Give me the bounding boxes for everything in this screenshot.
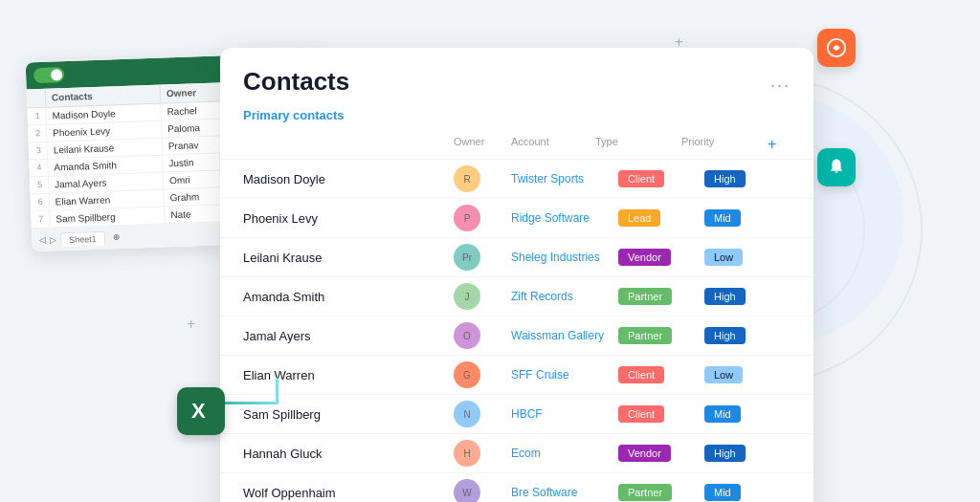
type-badge: Vendor (618, 445, 704, 462)
contact-name: Elian Warren (243, 368, 454, 382)
contact-row[interactable]: Phoenix Levy P Ridge Software Lead Mid (220, 199, 813, 238)
contact-name: Hannah Gluck (243, 447, 454, 461)
priority-badge: High (704, 170, 791, 187)
owner-avatar: H (454, 440, 511, 467)
account-link[interactable]: Sheleg Industries (511, 251, 618, 264)
section-label: Primary contacts (220, 104, 813, 130)
type-badge: Client (618, 366, 704, 383)
priority-badge: Low (704, 366, 791, 383)
bell-icon (817, 148, 856, 186)
contact-name: Madison Doyle (243, 172, 454, 186)
col-type: Type (595, 134, 681, 155)
priority-badge: Mid (704, 484, 791, 501)
contacts-rows-container: Madison Doyle R Twister Sports Client Hi… (220, 160, 813, 502)
type-badge: Partner (618, 327, 704, 344)
account-link[interactable]: Ridge Software (511, 211, 618, 225)
contacts-panel: Contacts ... Primary contacts Owner Acco… (220, 48, 813, 502)
col-account: Account (511, 134, 595, 155)
priority-badge: Mid (704, 209, 791, 227)
account-link[interactable]: SFF Cruise (511, 368, 618, 382)
account-link[interactable]: HBCF (511, 407, 618, 421)
owner-avatar: W (454, 479, 511, 502)
contact-name: Jamal Ayers (243, 329, 454, 343)
contact-name: Amanda Smith (243, 290, 454, 304)
contact-row[interactable]: Leilani Krause Pr Sheleg Industries Vend… (220, 238, 813, 277)
owner-avatar: O (454, 322, 511, 349)
priority-badge: Mid (704, 405, 791, 423)
owner-avatar: J (454, 283, 511, 310)
contact-row[interactable]: Madison Doyle R Twister Sports Client Hi… (220, 160, 813, 199)
type-badge: Partner (618, 484, 704, 501)
priority-badge: Low (704, 249, 791, 266)
owner-avatar: N (454, 401, 511, 427)
contact-row[interactable]: Jamal Ayers O Waissman Gallery Partner H… (220, 316, 813, 356)
account-link[interactable]: Waissman Gallery (511, 329, 618, 342)
excel-toggle (33, 67, 65, 83)
contact-name: Wolf Oppenhaim (243, 486, 454, 500)
connector-line-v (276, 378, 278, 404)
hubspot-icon (817, 29, 856, 67)
col-owner: Owner (454, 134, 511, 155)
contact-name: Sam Spillberg (243, 407, 454, 422)
excel-badge-icon: X (177, 387, 225, 435)
priority-badge: High (704, 445, 791, 462)
priority-badge: High (704, 327, 791, 344)
contacts-panel-header: Contacts ... (220, 48, 813, 104)
type-badge: Client (618, 170, 704, 187)
contact-row[interactable]: Wolf Oppenhaim W Bre Software Partner Mi… (220, 473, 813, 502)
type-badge: Vendor (618, 249, 704, 266)
page-title: Contacts (243, 67, 349, 97)
plus-sign-2: + (187, 316, 195, 333)
table-header: Owner Account Type Priority + (220, 130, 813, 160)
add-col-btn[interactable]: + (768, 134, 791, 155)
owner-avatar: G (454, 361, 511, 388)
type-badge: Client (618, 405, 704, 423)
more-options-button[interactable]: ... (770, 72, 791, 92)
svg-point-5 (835, 159, 838, 162)
account-link[interactable]: Ecom (511, 447, 618, 460)
col-name (243, 134, 454, 155)
owner-avatar: P (454, 205, 511, 231)
owner-avatar: R (454, 165, 511, 192)
owner-avatar: Pr (454, 244, 511, 271)
contact-row[interactable]: Sam Spillberg N HBCF Client Mid (220, 395, 813, 434)
priority-badge: High (704, 288, 791, 305)
contact-name: Leilani Krause (243, 251, 454, 265)
contact-row[interactable]: Elian Warren G SFF Cruise Client Low (220, 356, 813, 395)
type-badge: Partner (618, 288, 704, 305)
type-badge: Lead (618, 209, 704, 227)
col-priority: Priority (681, 134, 768, 155)
contact-row[interactable]: Hannah Gluck H Ecom Vendor High (220, 434, 813, 473)
account-link[interactable]: Zift Records (511, 290, 618, 303)
svg-text:X: X (191, 399, 206, 423)
contact-name: Phoenix Levy (243, 211, 454, 226)
account-link[interactable]: Twister Sports (511, 172, 618, 186)
contact-row[interactable]: Amanda Smith J Zift Records Partner High (220, 277, 813, 316)
account-link[interactable]: Bre Software (511, 486, 618, 499)
